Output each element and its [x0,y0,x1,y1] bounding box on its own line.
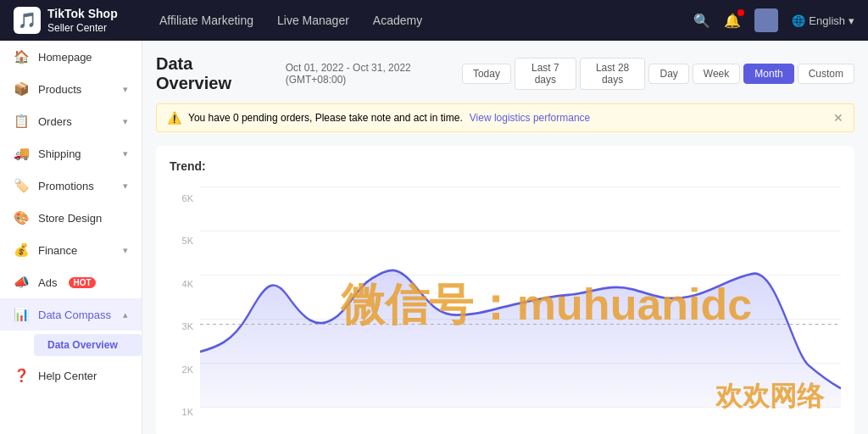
main-content: Data Overview Oct 01, 2022 - Oct 31, 202… [142,41,868,434]
orders-icon: 📋 [14,114,30,129]
page-title: Data Overview [156,54,265,93]
chart-section: Trend: 微信号：muhuanidc 欢欢网络 6K 5K 4K 3K 2K… [156,146,854,434]
sidebar-sub-item-data-overview[interactable]: Data Overview [34,334,142,356]
sidebar-item-orders[interactable]: 📋 Orders ▾ [0,105,142,137]
tiktok-logo-icon: 🎵 [14,7,41,34]
globe-icon: 🌐 [792,14,805,27]
chart-drawing-area [200,186,841,424]
chevron-right-icon: ▾ [123,181,128,192]
sidebar-item-finance[interactable]: 💰 Finance ▾ [0,234,142,266]
products-icon: 📦 [14,81,30,97]
sidebar-submenu-data-compass: Data Overview [0,331,142,359]
data-compass-icon: 📊 [14,307,30,322]
logo-text: TikTok Shop Seller Center [47,6,118,35]
sidebar-item-products[interactable]: 📦 Products ▾ [0,73,142,105]
alert-link[interactable]: View logistics performance [470,112,591,124]
nav-live-manager[interactable]: Live Manager [277,14,349,27]
home-icon: 🏠 [14,49,30,64]
main-layout: 🏠 Homepage 📦 Products ▾ 📋 Orders ▾ 🚚 Shi… [0,41,868,434]
bell-icon[interactable]: 🔔 [724,13,741,29]
chart-svg [200,186,841,407]
hot-badge: HOT [69,277,95,288]
nav-affiliate-marketing[interactable]: Affiliate Marketing [159,14,253,27]
sidebar-item-shipping[interactable]: 🚚 Shipping ▾ [0,137,142,170]
shipping-icon: 🚚 [14,146,30,161]
nav-right: 🔍 🔔 🌐 English ▾ [693,8,854,32]
filter-last7days[interactable]: Last 7 days [515,58,576,90]
nav-links: Affiliate Marketing Live Manager Academy [159,14,666,27]
chart-title: Trend: [170,159,841,173]
avatar[interactable] [754,8,778,32]
filter-week[interactable]: Week [693,64,740,84]
filter-custom[interactable]: Custom [798,64,854,84]
logo-area: 🎵 TikTok Shop Seller Center [14,6,132,35]
y-axis: 6K 5K 4K 3K 2K 1K [170,186,193,424]
alert-content: ⚠️ You have 0 pending orders, Please tak… [167,111,590,125]
sidebar-item-promotions[interactable]: 🏷️ Promotions ▾ [0,170,142,202]
y-label-6k: 6K [170,193,193,203]
help-icon: ❓ [14,368,30,383]
store-design-icon: 🎨 [14,210,30,225]
filter-day[interactable]: Day [648,64,688,84]
chevron-right-icon: ▾ [123,245,128,256]
date-range: Oct 01, 2022 - Oct 31, 2022 (GMT+08:00) [286,62,462,86]
sidebar-item-data-compass[interactable]: 📊 Data Compass ▴ [0,298,142,331]
nav-academy[interactable]: Academy [373,14,422,27]
filter-today[interactable]: Today [462,64,511,84]
top-navigation: 🎵 TikTok Shop Seller Center Affiliate Ma… [0,0,868,41]
search-icon[interactable]: 🔍 [693,13,710,29]
y-label-4k: 4K [170,279,193,289]
y-label-5k: 5K [170,236,193,246]
filter-last28days[interactable]: Last 28 days [580,58,646,90]
chevron-right-icon: ▾ [123,148,128,159]
chart-container: 微信号：muhuanidc 欢欢网络 6K 5K 4K 3K 2K 1K [170,186,841,424]
alert-text: You have 0 pending orders, Please take n… [188,112,463,124]
sidebar: 🏠 Homepage 📦 Products ▾ 📋 Orders ▾ 🚚 Shi… [0,41,142,434]
chevron-right-icon: ▾ [123,116,128,127]
language-selector[interactable]: 🌐 English ▾ [792,14,854,27]
filter-month[interactable]: Month [743,64,793,84]
finance-icon: 💰 [14,242,30,258]
sidebar-item-homepage[interactable]: 🏠 Homepage [0,41,142,73]
y-label-3k: 3K [170,321,193,331]
alert-bar: ⚠️ You have 0 pending orders, Please tak… [156,103,854,132]
sidebar-item-ads[interactable]: 📣 Ads HOT [0,266,142,298]
sidebar-item-help-center[interactable]: ❓ Help Center [0,359,142,392]
warning-icon: ⚠️ [167,111,181,125]
page-header: Data Overview Oct 01, 2022 - Oct 31, 202… [156,54,854,93]
promotions-icon: 🏷️ [14,178,30,193]
chevron-right-icon: ▾ [123,84,128,95]
chevron-down-icon: ▾ [849,14,854,27]
chevron-down-icon: ▴ [123,309,128,320]
sidebar-item-store-design[interactable]: 🎨 Store Design [0,202,142,234]
ads-icon: 📣 [14,275,30,290]
alert-close-button[interactable]: ✕ [833,111,843,125]
grid-line-bottom [200,407,841,408]
notification-badge [737,9,744,16]
time-filters: Today Last 7 days Last 28 days Day Week … [462,58,854,90]
chart-area-fill [200,270,841,407]
y-label-1k: 1K [170,407,193,417]
y-label-2k: 2K [170,364,193,375]
